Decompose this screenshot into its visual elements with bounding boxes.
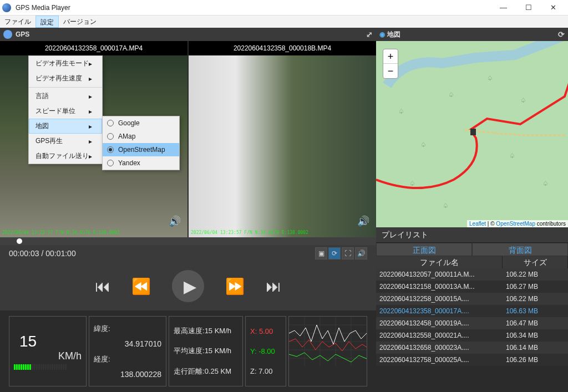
column-headers: ファイル名 サイズ: [376, 256, 568, 268]
file-name: 20220604132658_000023A....: [376, 342, 503, 354]
accel-z: 7.00: [258, 367, 272, 375]
speed-box: 15 KM/h: [9, 316, 87, 386]
snapshot-button[interactable]: ▣: [315, 247, 327, 259]
menu-bar: ファイル 設定 バージョン: [0, 16, 568, 28]
refresh-icon[interactable]: ⟳: [558, 30, 565, 39]
map-option-yandex[interactable]: Yandex: [103, 156, 179, 170]
tree-icon: ♤: [542, 180, 549, 187]
map-attribution: Leaflet | © OpenStreetMap contributors: [467, 220, 568, 227]
accel-y: -8.00: [258, 347, 275, 355]
volume-icon-b[interactable]: 🔊: [357, 215, 369, 227]
total-time: 00:01:00: [45, 249, 76, 258]
file-row[interactable]: 20220604132558_000021A....106.34 MB: [376, 329, 568, 342]
map-option-amap[interactable]: AMap: [103, 130, 179, 143]
minimize-button[interactable]: —: [491, 0, 516, 16]
map-title: 地図: [387, 30, 400, 39]
file-size: 106.34 MB: [503, 329, 568, 342]
fullscreen-button[interactable]: ⛶: [342, 247, 354, 259]
next-button[interactable]: ⏭: [266, 277, 281, 296]
file-size: 106.63 MB: [503, 305, 568, 317]
tree-icon: ♤: [443, 202, 449, 210]
seek-bar[interactable]: [0, 237, 376, 245]
osm-link[interactable]: OpenStreetMap: [496, 221, 535, 227]
avg-speed: 15 KM/h: [205, 347, 231, 355]
map-view[interactable]: + − ♤ ♤ ♤ ♤ ♤ ♤ ♤ ♤ ♤ Leaflet | © OpenSt…: [376, 41, 568, 227]
forward-button[interactable]: ⏩: [225, 277, 245, 296]
menu-file[interactable]: ファイル: [0, 16, 36, 28]
menu-version[interactable]: バージョン: [59, 16, 101, 28]
app-icon: [2, 3, 11, 12]
map-header: ◉ 地図 ⟳: [376, 28, 568, 41]
tree-icon: ♤: [520, 96, 526, 104]
file-row[interactable]: 20220604132358_000017A....106.63 MB: [376, 305, 568, 317]
file-size: 106.22 MB: [503, 293, 568, 305]
loop-button[interactable]: ⟳: [328, 247, 341, 259]
lon-value: 138.000228: [94, 370, 161, 379]
map-pin-icon: ◉: [379, 30, 385, 38]
accel-graph: [288, 316, 367, 386]
prev-button[interactable]: ⏮: [95, 277, 110, 296]
map-option-osm[interactable]: OpenStreetMap: [103, 143, 179, 156]
col-size[interactable]: サイズ: [503, 256, 568, 268]
file-row[interactable]: 20220604132158_000013A.M...106.27 MB: [376, 281, 568, 293]
max-speed: 15 KM/h: [205, 327, 231, 335]
menu-auto-file-send[interactable]: 自動ファイル送り▸: [29, 149, 102, 164]
menu-settings[interactable]: 設定: [36, 16, 59, 28]
file-name: 20220604132057_000011A.M...: [376, 268, 503, 281]
menu-video-mode[interactable]: ビデオ再生モード▸: [29, 56, 102, 71]
file-row[interactable]: 20220604132658_000023A....106.14 MB: [376, 342, 568, 354]
stat-box: 最高速度:15 KM/h 平均速度:15 KM/h 走行距離:0.25 KM: [169, 316, 243, 386]
col-filename[interactable]: ファイル名: [376, 256, 503, 268]
current-time: 00:00:03: [9, 249, 39, 258]
coord-box: 緯度: 34.917010 経度: 138.000228: [89, 316, 166, 386]
file-name: 20220604132358_000017A....: [376, 305, 503, 317]
video-a-timestamp: 2022/06/04 13:23:57 F/N N:34.9170 E:138.…: [2, 230, 120, 235]
title-bar: GPS Media Player — ☐ ✕: [0, 0, 568, 16]
menu-language[interactable]: 言語▸: [29, 89, 102, 104]
file-row[interactable]: 20220604132258_000015A....106.22 MB: [376, 293, 568, 305]
map-submenu: Google AMap OpenStreetMap Yandex: [102, 116, 180, 170]
rewind-button[interactable]: ⏪: [131, 277, 151, 296]
tab-front[interactable]: 正面図: [376, 243, 472, 256]
file-row[interactable]: 20220604132758_000025A....106.26 MB: [376, 354, 568, 366]
speed-bars: [14, 364, 67, 370]
video-b-filename: 20220604132358_000018B.MP4: [189, 41, 376, 55]
video-b-timestamp: 2022/06/04 13:23:57 F/N N:34.9170 E:138.…: [191, 230, 308, 235]
transport-controls: ⏮ ⏪ ▶ ⏩ ⏭: [0, 262, 376, 310]
lon-label: 経度:: [94, 354, 161, 364]
tree-icon: ♤: [448, 91, 454, 99]
seek-thumb[interactable]: [17, 238, 22, 244]
distance: 0.25 KM: [205, 367, 231, 375]
leaflet-link[interactable]: Leaflet: [469, 221, 486, 227]
tree-icon: ♤: [509, 152, 515, 160]
tab-back[interactable]: 背面図: [472, 243, 568, 256]
expand-icon[interactable]: ⤢: [366, 30, 373, 39]
file-name: 20220604132258_000015A....: [376, 293, 503, 305]
menu-speed-unit[interactable]: スピード単位▸: [29, 104, 102, 119]
video-b-frame: 2022/06/04 13:23:57 F/N N:34.9170 E:138.…: [189, 55, 376, 237]
lat-label: 緯度:: [94, 324, 161, 334]
menu-map[interactable]: 地図▸: [29, 119, 102, 134]
file-row[interactable]: 20220604132458_000019A....106.47 MB: [376, 317, 568, 329]
volume-icon-a[interactable]: 🔊: [169, 215, 181, 227]
menu-gps-play[interactable]: GPS再生▸: [29, 134, 102, 149]
dashboard: 15 KM/h 緯度: 34.917010 経度: 138.000228 最高速…: [0, 310, 376, 392]
menu-video-speed[interactable]: ビデオ再生速度▸: [29, 71, 102, 86]
mute-button[interactable]: 🔊: [355, 247, 367, 259]
file-name: 20220604132458_000019A....: [376, 317, 503, 329]
close-button[interactable]: ✕: [541, 0, 566, 16]
video-b[interactable]: 20220604132358_000018B.MP4 2022/06/04 13…: [189, 41, 376, 237]
maximize-button[interactable]: ☐: [516, 0, 541, 16]
file-size: 106.26 MB: [503, 354, 568, 366]
lat-value: 34.917010: [94, 339, 161, 348]
accel-box: X: 5.00 Y: -8.00 Z: 7.00: [245, 316, 286, 386]
speed-value: 15: [14, 333, 37, 350]
file-row[interactable]: 20220604132057_000011A.M...106.22 MB: [376, 268, 568, 281]
map-option-google[interactable]: Google: [103, 116, 179, 130]
file-size: 106.22 MB: [503, 268, 568, 281]
playlist-tabs: 正面図 背面図: [376, 243, 568, 256]
file-size: 106.14 MB: [503, 342, 568, 354]
play-button[interactable]: ▶: [172, 270, 204, 302]
file-list[interactable]: 20220604132057_000011A.M...106.22 MB2022…: [376, 268, 568, 392]
speed-unit: KM/h: [14, 350, 82, 362]
